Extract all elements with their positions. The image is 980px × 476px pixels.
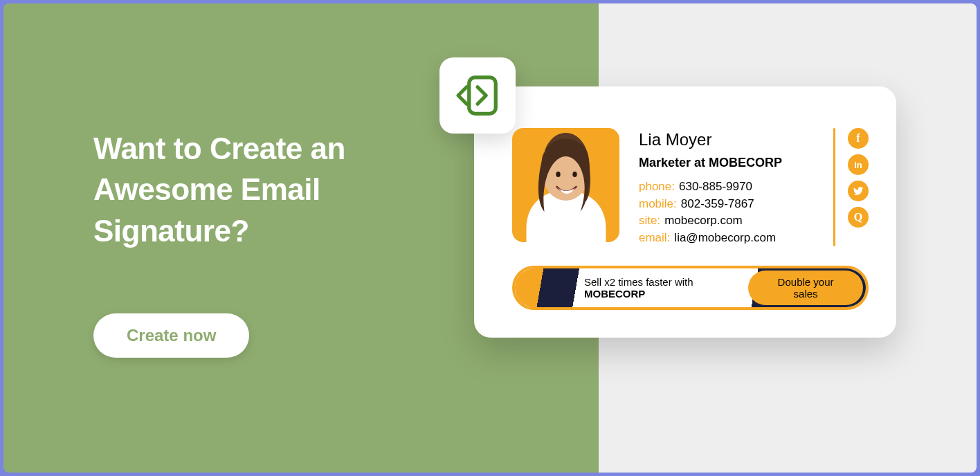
mobile-label: mobile: [639, 197, 677, 210]
twitter-icon[interactable] [848, 181, 869, 201]
contact-site: site:mobecorp.com [639, 212, 821, 230]
vertical-divider [833, 128, 835, 246]
svg-rect-0 [469, 77, 496, 114]
email-value: lia@mobecorp.com [674, 231, 776, 244]
promo-headline: Want to Create an Awesome Email Signatur… [93, 128, 405, 251]
avatar [512, 128, 619, 242]
linkedin-icon[interactable]: in [848, 154, 869, 175]
signature-details: Lia Moyer Marketer at MOBECORP phone:630… [639, 128, 821, 246]
site-value: mobecorp.com [664, 214, 742, 227]
facebook-icon[interactable]: f [848, 128, 869, 149]
create-now-button[interactable]: Create now [93, 313, 249, 358]
banner-text-prefix: Sell x2 times faster with [584, 276, 693, 288]
phone-value: 630-885-9970 [679, 180, 752, 193]
code-icon [439, 57, 516, 134]
signature-row: Lia Moyer Marketer at MOBECORP phone:630… [512, 128, 869, 246]
banner-text: Sell x2 times faster with MOBECORP [584, 276, 748, 300]
phone-label: phone: [639, 180, 675, 193]
contact-mobile: mobile:802-359-7867 [639, 196, 821, 213]
double-sales-button[interactable]: Double your sales [748, 271, 863, 305]
mobile-value: 802-359-7867 [681, 197, 754, 210]
contact-phone: phone:630-885-9970 [639, 178, 821, 196]
promo-right-panel: Lia Moyer Marketer at MOBECORP phone:630… [599, 3, 977, 473]
quora-icon[interactable]: Q [848, 207, 869, 228]
svg-point-2 [556, 172, 560, 177]
svg-point-3 [572, 172, 577, 177]
site-label: site: [639, 214, 660, 227]
contact-email: email:lia@mobecorp.com [639, 230, 821, 247]
email-label: email: [639, 231, 670, 244]
signature-title: Marketer at MOBECORP [639, 154, 821, 172]
signature-card: Lia Moyer Marketer at MOBECORP phone:630… [474, 86, 896, 338]
signature-name: Lia Moyer [639, 128, 821, 152]
signature-info: Lia Moyer Marketer at MOBECORP phone:630… [639, 128, 869, 246]
promo-frame: Want to Create an Awesome Email Signatur… [3, 3, 977, 473]
social-icons: f in Q [848, 128, 869, 246]
banner-text-brand: MOBECORP [584, 288, 645, 300]
promo-banner: Sell x2 times faster with MOBECORP Doubl… [512, 266, 869, 310]
